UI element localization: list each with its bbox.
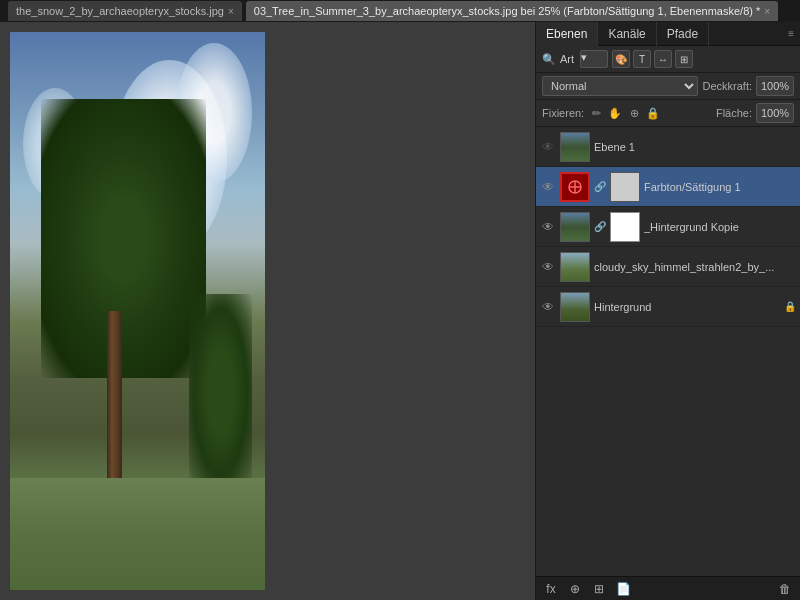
- layer-visibility-hintergrund[interactable]: 👁: [540, 299, 556, 315]
- main-layout: Ebenen Kanäle Pfade ≡ 🔍 Art ▾ 🎨 T ↔ ⊞: [0, 22, 800, 600]
- title-bar: the_snow_2_by_archaeopteryx_stocks.jpg ×…: [0, 0, 800, 22]
- fix-draw-btn[interactable]: ✏: [588, 105, 604, 121]
- filter-icon-buttons: 🎨 T ↔ ⊞: [612, 50, 693, 68]
- layer-mask-farbton: [610, 172, 640, 202]
- tab-kanaele[interactable]: Kanäle: [598, 22, 656, 46]
- tree-canopy: [41, 99, 207, 378]
- tab-snow[interactable]: the_snow_2_by_archaeopteryx_stocks.jpg ×: [8, 1, 242, 21]
- layer-visibility-ebene1[interactable]: 👁: [540, 139, 556, 155]
- tab-snow-label: the_snow_2_by_archaeopteryx_stocks.jpg: [16, 5, 224, 17]
- filter-type-dropdown[interactable]: ▾: [580, 50, 608, 68]
- layer-row-farbton[interactable]: 👁 🔗 Farbton/Sättigung 1: [536, 167, 800, 207]
- fill-input[interactable]: [756, 103, 794, 123]
- layer-visibility-farbton[interactable]: 👁: [540, 179, 556, 195]
- panel-menu-button[interactable]: ≡: [782, 28, 800, 39]
- layer-link-farbton: 🔗: [594, 181, 604, 192]
- filter-art-label: Art: [560, 53, 574, 65]
- filter-search-icon: 🔍: [542, 53, 556, 66]
- filter-bar: 🔍 Art ▾ 🎨 T ↔ ⊞: [536, 46, 800, 73]
- opacity-input[interactable]: [756, 76, 794, 96]
- layer-mask-hintergrund-kopie: [610, 212, 640, 242]
- fix-label: Fixieren:: [542, 107, 584, 119]
- new-layer-btn[interactable]: 📄: [612, 580, 634, 598]
- fix-all-btn[interactable]: 🔒: [645, 105, 661, 121]
- filter-pixel-btn[interactable]: 🎨: [612, 50, 630, 68]
- canvas-scene: [10, 32, 265, 590]
- layer-thumb-ebene1: [560, 132, 590, 162]
- layer-lock-hintergrund: 🔒: [784, 301, 796, 312]
- fix-pos-btn[interactable]: ⊕: [626, 105, 642, 121]
- add-style-btn[interactable]: fx: [540, 580, 562, 598]
- fix-row: Fixieren: ✏ ✋ ⊕ 🔒 Fläche:: [536, 100, 800, 127]
- tab-pfade-label: Pfade: [667, 27, 698, 41]
- tab-ebenen-label: Ebenen: [546, 27, 587, 41]
- layer-visibility-hintergrund-kopie[interactable]: 👁: [540, 219, 556, 235]
- ground: [10, 478, 265, 590]
- layer-name-ebene1: Ebene 1: [594, 141, 796, 153]
- tab-tree[interactable]: 03_Tree_in_Summer_3_by_archaeopteryx_sto…: [246, 1, 778, 21]
- fix-move-btn[interactable]: ✋: [607, 105, 623, 121]
- new-group-btn[interactable]: ⊞: [588, 580, 610, 598]
- blend-mode-row: Normal Multiplizieren Abblenden Deckkraf…: [536, 73, 800, 100]
- delete-layer-btn[interactable]: 🗑: [774, 580, 796, 598]
- bottom-toolbar: fx ⊕ ⊞ 📄 🗑: [536, 576, 800, 600]
- layer-row-ebene1[interactable]: 👁 Ebene 1: [536, 127, 800, 167]
- layer-link-hintergrund-kopie: 🔗: [594, 221, 604, 232]
- filter-shape-btn[interactable]: ↔: [654, 50, 672, 68]
- tab-tree-close[interactable]: ×: [764, 6, 770, 17]
- opacity-label: Deckkraft:: [702, 80, 752, 92]
- blend-mode-select[interactable]: Normal Multiplizieren Abblenden: [542, 76, 698, 96]
- tab-snow-close[interactable]: ×: [228, 6, 234, 17]
- layer-name-farbton: Farbton/Sättigung 1: [644, 181, 796, 193]
- filter-smart-btn[interactable]: ⊞: [675, 50, 693, 68]
- tab-pfade[interactable]: Pfade: [657, 22, 709, 46]
- fix-icons: ✏ ✋ ⊕ 🔒: [588, 105, 661, 121]
- tree-trunk: [107, 311, 122, 506]
- filter-text-btn[interactable]: T: [633, 50, 651, 68]
- layer-name-hintergrund-kopie: _Hintergrund Kopie: [644, 221, 796, 233]
- tree-secondary: [189, 294, 253, 489]
- layer-name-cloudy: cloudy_sky_himmel_strahlen2_by_...: [594, 261, 796, 273]
- layer-row-hintergrund-kopie[interactable]: 👁 🔗 _Hintergrund Kopie: [536, 207, 800, 247]
- layer-name-hintergrund: Hintergrund: [594, 301, 780, 313]
- tab-ebenen[interactable]: Ebenen: [536, 22, 598, 46]
- layer-visibility-cloudy[interactable]: 👁: [540, 259, 556, 275]
- canvas-image: [10, 32, 265, 590]
- panel-tabs: Ebenen Kanäle Pfade ≡: [536, 22, 800, 46]
- layers-panel: Ebenen Kanäle Pfade ≡ 🔍 Art ▾ 🎨 T ↔ ⊞: [535, 22, 800, 600]
- layer-thumb-hintergrund: [560, 292, 590, 322]
- layer-thumb-cloudy: [560, 252, 590, 282]
- layer-row-cloudy[interactable]: 👁 cloudy_sky_himmel_strahlen2_by_...: [536, 247, 800, 287]
- layer-adj-icon-farbton: [560, 172, 590, 202]
- tab-kanaele-label: Kanäle: [608, 27, 645, 41]
- layers-list: 👁 Ebene 1 👁 🔗 Farbton/Sätt: [536, 127, 800, 576]
- fill-label: Fläche:: [716, 107, 752, 119]
- canvas-area[interactable]: [0, 22, 535, 600]
- layer-row-hintergrund[interactable]: 👁 Hintergrund 🔒: [536, 287, 800, 327]
- layer-thumb-hintergrund-kopie: [560, 212, 590, 242]
- add-mask-btn[interactable]: ⊕: [564, 580, 586, 598]
- tab-tree-label: 03_Tree_in_Summer_3_by_archaeopteryx_sto…: [254, 5, 761, 17]
